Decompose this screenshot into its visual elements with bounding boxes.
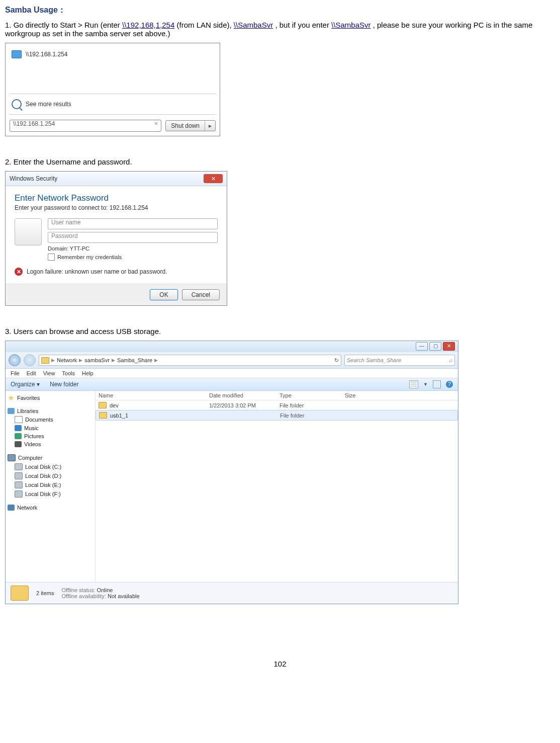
- menu-file[interactable]: File: [11, 370, 20, 376]
- security-dialog: Windows Security ✕ Enter Network Passwor…: [5, 171, 227, 306]
- newfolder-button[interactable]: New folder: [50, 381, 78, 388]
- folder-large-icon: [11, 586, 29, 601]
- tree-disk-f[interactable]: Local Disk (F:): [8, 489, 93, 499]
- menu-view[interactable]: View: [43, 370, 55, 376]
- tree-videos[interactable]: Videos: [8, 440, 93, 448]
- col-type[interactable]: Type: [279, 392, 345, 398]
- status-count: 2 items: [36, 590, 54, 596]
- column-headers[interactable]: Name Date modified Type Size: [96, 391, 458, 400]
- chevron-right-icon: ▶: [51, 358, 55, 363]
- search-result-text: \\192.168.1.254: [26, 51, 67, 58]
- error-icon: ✕: [15, 268, 23, 276]
- cancel-button[interactable]: Cancel: [182, 289, 220, 300]
- col-date[interactable]: Date modified: [209, 392, 279, 398]
- organize-button[interactable]: Organize ▾: [11, 381, 40, 388]
- menu-edit[interactable]: Edit: [27, 370, 36, 376]
- link-sambasvr-2[interactable]: \\SambaSvr: [331, 21, 370, 29]
- dialog-subtext: Enter your password to connect to: 192.1…: [15, 204, 218, 211]
- col-name[interactable]: Name: [99, 392, 209, 398]
- link-sambasvr-1[interactable]: \\SambaSvr: [234, 21, 273, 29]
- music-icon: [15, 425, 22, 431]
- star-icon: [8, 395, 15, 401]
- user-avatar-icon: [15, 218, 42, 245]
- explorer-window: — ▢ ✕ ← → ▶ Network ▶ sambaSvr ▶ Samba_S…: [5, 341, 458, 604]
- forward-button[interactable]: →: [24, 354, 36, 366]
- chevron-right-icon: ▶: [112, 358, 115, 363]
- view-options-icon[interactable]: [409, 380, 418, 388]
- step1-text-a: 1. Go directly to Start > Run (enter: [5, 21, 122, 29]
- step1-paragraph: 1. Go directly to Start > Run (enter \\1…: [5, 21, 555, 38]
- window-close-button[interactable]: ✕: [443, 342, 455, 351]
- breadcrumb[interactable]: ▶ Network ▶ sambaSvr ▶ Samba_Share ▶ ↻: [39, 355, 341, 366]
- disk-icon: [15, 472, 23, 479]
- link-ip[interactable]: \\192,168,1,254: [122, 21, 174, 29]
- run-input[interactable]: \\192.168.1.254 ×: [10, 120, 161, 132]
- help-icon[interactable]: ?: [446, 381, 453, 388]
- pictures-icon: [15, 433, 22, 439]
- ok-button[interactable]: OK: [150, 289, 177, 300]
- table-row[interactable]: usb1_1 File folder: [96, 410, 458, 421]
- shutdown-button[interactable]: Shut down ▸: [165, 120, 216, 131]
- offline-avail-value: Not available: [108, 593, 140, 599]
- computer-icon: [12, 50, 22, 58]
- explorer-search-input[interactable]: Search Samba_Share ⌕: [344, 355, 455, 366]
- tree-music[interactable]: Music: [8, 424, 93, 432]
- domain-label: Domain: YTT-PC: [48, 245, 218, 252]
- offline-status-label: Offline status:: [61, 587, 95, 593]
- network-icon: [8, 505, 15, 511]
- search-placeholder: Search Samba_Share: [347, 357, 401, 363]
- see-more-row[interactable]: See more results: [10, 96, 216, 112]
- crumb-network[interactable]: Network: [57, 357, 77, 363]
- chevron-down-icon[interactable]: ▼: [423, 382, 428, 387]
- search-icon: [12, 99, 22, 109]
- menu-bar: File Edit View Tools Help: [6, 369, 458, 378]
- menu-tools[interactable]: Tools: [62, 370, 75, 376]
- tree-libraries[interactable]: Libraries: [8, 407, 93, 415]
- back-button[interactable]: ←: [9, 354, 21, 366]
- tree-documents[interactable]: Documents: [8, 415, 93, 424]
- step3-paragraph: 3. Users can browse and access USB stora…: [5, 327, 555, 336]
- col-size[interactable]: Size: [345, 392, 355, 398]
- page-number: 102: [5, 659, 555, 668]
- close-button[interactable]: ✕: [204, 174, 223, 183]
- disk-icon: [15, 463, 23, 470]
- startmenu-figure: \\192.168.1.254 See more results \\192.1…: [5, 43, 220, 136]
- crumb-sambasvr[interactable]: sambaSvr: [84, 357, 110, 363]
- remember-label: Remember my credentials: [57, 254, 122, 260]
- password-field[interactable]: Password: [48, 232, 218, 243]
- dialog-titlebar: Windows Security ✕: [6, 172, 227, 186]
- step1-text-b: (from LAN side),: [176, 21, 233, 29]
- shutdown-arrow-icon[interactable]: ▸: [205, 121, 215, 131]
- tree-computer[interactable]: Computer: [8, 453, 93, 462]
- window-titlebar: — ▢ ✕: [6, 341, 458, 352]
- crumb-sambashare[interactable]: Samba_Share: [117, 357, 152, 363]
- tree-favorites[interactable]: Favorites: [8, 394, 93, 402]
- refresh-icon[interactable]: ↻: [334, 357, 339, 364]
- tree-disk-e[interactable]: Local Disk (E:): [8, 480, 93, 489]
- libraries-icon: [8, 408, 15, 414]
- file-list: Name Date modified Type Size dev 1/22/20…: [96, 391, 458, 582]
- table-row[interactable]: dev 1/22/2013 3:02 PM File folder: [96, 400, 458, 410]
- error-text: Logon failure: unknown user name or bad …: [27, 268, 167, 275]
- preview-pane-icon[interactable]: [433, 380, 441, 388]
- clear-icon[interactable]: ×: [154, 120, 158, 127]
- remember-checkbox[interactable]: [48, 254, 55, 261]
- minimize-button[interactable]: —: [416, 342, 428, 351]
- section-title: Samba Usage：: [5, 5, 555, 16]
- username-field[interactable]: User name: [48, 218, 218, 229]
- disk-icon: [15, 481, 23, 488]
- folder-icon: [99, 402, 107, 408]
- maximize-button[interactable]: ▢: [429, 342, 441, 351]
- tree-disk-c[interactable]: Local Disk (C:): [8, 462, 93, 471]
- search-result-row[interactable]: \\192.168.1.254: [10, 47, 216, 61]
- tree-disk-d[interactable]: Local Disk (D:): [8, 471, 93, 480]
- menu-help[interactable]: Help: [82, 370, 94, 376]
- offline-avail-label: Offline availability:: [61, 593, 106, 599]
- tree-network[interactable]: Network: [8, 504, 93, 512]
- status-bar: 2 items Offline status: Online Offline a…: [6, 582, 458, 604]
- computer-icon: [8, 454, 16, 461]
- offline-status-value: Online: [97, 587, 113, 593]
- dialog-heading: Enter Network Password: [15, 193, 218, 203]
- step1-text-c: , but if you enter: [275, 21, 331, 29]
- tree-pictures[interactable]: Pictures: [8, 432, 93, 440]
